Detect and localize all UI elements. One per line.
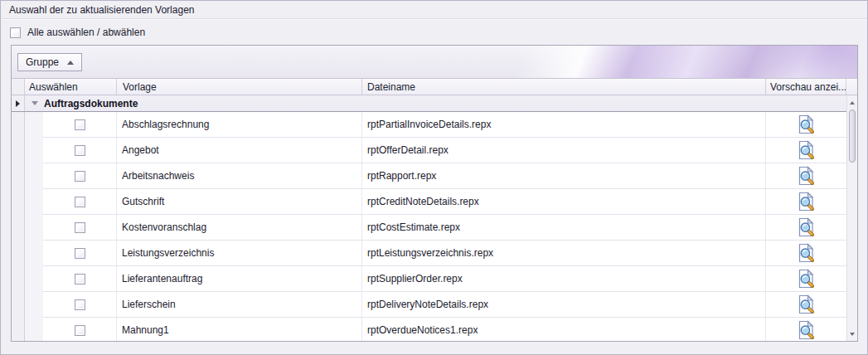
dateiname-cell: rptCreditNoteDetails.repx [362,189,766,214]
table-row[interactable]: Abschlagsrechnung rptPartialInvoiceDetai… [12,112,857,138]
row-select-cell [43,318,117,341]
column-header-vorlage[interactable]: Vorlage [117,79,362,95]
vorlage-cell: Leistungsverzeichnis [117,241,362,265]
dateiname-cell: rptLeistungsverzeichnis.repx [362,241,766,265]
table-row[interactable]: Lieferschein rptDeliveryNoteDetails.repx [12,292,857,318]
row-indicator-cell [12,292,25,318]
collapse-group-icon[interactable] [32,101,38,105]
group-by-gruppe-button[interactable]: Gruppe [17,53,82,71]
checkbox-unchecked-icon[interactable] [75,299,85,310]
row-select-cell [43,266,117,291]
preview-cell [766,215,846,240]
preview-cell [766,292,846,317]
column-header-vorschau[interactable]: Vorschau anzei... [766,79,846,95]
group-indent [25,241,43,266]
checkbox-unchecked-icon[interactable] [75,119,85,130]
dateiname-cell: rptDeliveryNoteDetails.repx [362,292,766,317]
row-indicator-cell [12,189,25,215]
column-header-auswaehlen[interactable]: Auswählen [25,79,117,95]
row-indicator-cell [12,95,25,111]
triangle-up-icon [67,61,74,65]
grid-body: Auftragsdokumente Abschlagsrechnung rptP… [12,95,857,341]
vertical-scrollbar[interactable] [846,95,857,341]
row-select-cell [43,292,117,317]
preview-document-icon[interactable] [797,243,816,263]
preview-document-icon[interactable] [797,166,816,186]
preview-document-icon[interactable] [797,192,816,212]
group-indent [25,266,43,292]
select-all-checkbox[interactable]: Alle auswählen / abwählen [10,27,145,38]
preview-document-icon[interactable] [797,320,816,340]
preview-cell [766,266,846,291]
column-header-filler [846,79,857,95]
dateiname-cell: rptCostEstimate.repx [362,215,766,240]
group-indent [25,215,43,241]
row-indicator-cell [12,318,25,341]
table-row[interactable]: Leistungsverzeichnis rptLeistungsverzeic… [12,241,857,266]
checkbox-unchecked-icon[interactable] [75,171,85,182]
checkbox-unchecked-icon[interactable] [75,248,85,259]
dateiname-cell: rptRapport.repx [362,163,766,188]
dateiname-cell: rptOfferDetail.repx [362,138,766,163]
vorlage-cell: Arbeitsnachweis [117,163,362,188]
dateiname-cell: rptPartialInvoiceDetails.repx [362,112,766,137]
table-row[interactable]: Mahnung1 rptOverdueNotices1.repx [12,318,857,341]
checkbox-unchecked-icon[interactable] [10,27,21,38]
row-indicator-cell [12,241,25,266]
checkbox-unchecked-icon[interactable] [75,197,85,207]
vorlage-cell: Mahnung1 [117,318,362,341]
checkbox-unchecked-icon[interactable] [75,274,85,284]
checkbox-unchecked-icon[interactable] [75,325,85,336]
vorlage-cell: Lieferschein [117,292,362,317]
caption-separator [2,18,866,20]
row-indicator-cell [12,138,25,163]
row-select-cell [43,112,117,137]
rows-host: Abschlagsrechnung rptPartialInvoiceDetai… [12,112,857,341]
column-header-dateiname[interactable]: Dateiname [362,79,766,95]
row-select-cell [43,163,117,188]
scroll-up-button[interactable] [847,97,857,108]
row-select-cell [43,241,117,265]
preview-document-icon[interactable] [797,140,816,160]
select-all-label: Alle auswählen / abwählen [27,27,145,38]
group-indent [25,292,43,318]
table-row[interactable]: Lieferantenauftrag rptSupplierOrder.repx [12,266,857,292]
vorlage-cell: Angebot [117,138,362,163]
checkbox-unchecked-icon[interactable] [75,222,85,233]
group-by-panel: Gruppe [12,46,857,79]
group-row-auftragsdokumente[interactable]: Auftragsdokumente [12,95,857,112]
row-indicator-cell [12,112,25,138]
dateiname-cell: rptOverdueNotices1.repx [362,318,766,341]
preview-cell [766,318,846,341]
group-indent [25,112,43,138]
checkbox-unchecked-icon[interactable] [75,145,85,156]
row-indicator-cell [12,266,25,292]
scroll-up-icon [850,101,855,105]
row-indicator-header-cell [12,79,25,95]
panel-title: Auswahl der zu aktualisierenden Vorlagen [9,4,194,17]
vorlage-cell: Kostenvoranschlag [117,215,362,240]
vorlage-cell: Abschlagsrechnung [117,112,362,137]
preview-cell [766,138,846,163]
group-row-label: Auftragsdokumente [44,98,138,109]
row-select-cell [43,215,117,240]
table-row[interactable]: Gutschrift rptCreditNoteDetails.repx [12,189,857,215]
scrollbar-thumb[interactable] [849,109,856,163]
scroll-down-icon [850,333,855,336]
preview-document-icon[interactable] [797,217,816,237]
table-row[interactable]: Kostenvoranschlag rptCostEstimate.repx [12,215,857,241]
grid-header-row: Auswählen Vorlage Dateiname Vorschau anz… [12,79,857,95]
table-row[interactable]: Arbeitsnachweis rptRapport.repx [12,163,857,189]
group-indent [25,163,43,189]
dateiname-cell: rptSupplierOrder.repx [362,266,766,291]
preview-cell [766,241,846,265]
preview-document-icon[interactable] [797,294,816,314]
preview-cell [766,189,846,214]
preview-document-icon[interactable] [797,269,816,289]
preview-cell [766,112,846,137]
table-row[interactable]: Angebot rptOfferDetail.repx [12,138,857,163]
vorlage-cell: Gutschrift [117,189,362,214]
row-indicator-cell [12,163,25,189]
scroll-down-button[interactable] [847,328,857,339]
preview-document-icon[interactable] [797,114,816,134]
